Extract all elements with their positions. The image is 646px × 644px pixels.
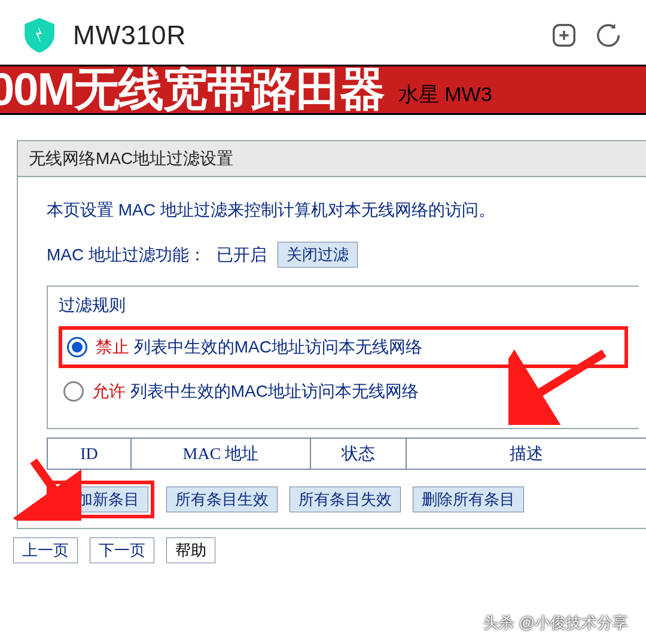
watermark: 头杀 @小俊技术分享 <box>483 612 628 633</box>
bookmark-add-icon[interactable] <box>550 22 578 49</box>
banner-brand-text: 水星 MW3 <box>398 81 492 108</box>
th-mac: MAC 地址 <box>131 438 310 469</box>
banner-big-text: 00M无线宽带路田器 <box>0 65 384 115</box>
reload-icon[interactable] <box>595 22 622 49</box>
panel-description: 本页设置 MAC 地址过滤来控制计算机对本无线网络的访问。 <box>47 199 640 221</box>
th-id: ID <box>47 438 131 469</box>
filter-rules-box: 过滤规则 禁止 列表中生效的MAC地址访问本无线网络 允许 列表中生效的MAC地… <box>47 285 639 429</box>
th-desc: 描述 <box>406 438 646 469</box>
filter-label: MAC 地址过滤功能： <box>47 244 206 266</box>
add-button-highlight: 添加新条目 <box>47 481 154 518</box>
address-bar-title[interactable]: MW310R <box>73 20 532 50</box>
delete-all-button[interactable]: 删除所有条目 <box>413 487 524 512</box>
deny-word: 禁止 <box>96 338 129 356</box>
radio-selected-icon <box>67 337 87 357</box>
nav-row: 上一页 下一页 帮助 <box>13 537 646 563</box>
panel-title: 无线网络MAC地址过滤设置 <box>18 141 646 177</box>
disable-all-button[interactable]: 所有条目失效 <box>290 487 401 512</box>
radio-allow[interactable]: 允许 列表中生效的MAC地址访问本无线网络 <box>59 374 628 409</box>
filter-status-value: 已开启 <box>217 244 267 266</box>
radio-unselected-icon <box>63 381 84 402</box>
close-filter-button[interactable]: 关闭过滤 <box>278 242 358 268</box>
th-status: 状态 <box>310 438 406 469</box>
product-banner: 00M无线宽带路田器 水星 MW3 <box>0 65 646 115</box>
allow-word: 允许 <box>92 382 126 400</box>
radio-deny[interactable]: 禁止 列表中生效的MAC地址访问本无线网络 <box>59 326 628 368</box>
add-entry-button[interactable]: 添加新条目 <box>53 487 148 512</box>
filter-status-line: MAC 地址过滤功能： 已开启 关闭过滤 <box>47 242 640 268</box>
next-page-button[interactable]: 下一页 <box>90 537 154 563</box>
rules-title: 过滤规则 <box>59 294 628 317</box>
enable-all-button[interactable]: 所有条目生效 <box>166 487 278 512</box>
browser-bar: MW310R <box>0 0 646 65</box>
help-button[interactable]: 帮助 <box>166 537 215 563</box>
settings-panel: 无线网络MAC地址过滤设置 本页设置 MAC 地址过滤来控制计算机对本无线网络的… <box>17 140 646 529</box>
shield-icon <box>24 18 55 53</box>
mac-table: ID MAC 地址 状态 描述 <box>47 438 646 470</box>
deny-rest: 列表中生效的MAC地址访问本无线网络 <box>129 338 422 356</box>
allow-rest: 列表中生效的MAC地址访问本无线网络 <box>126 382 419 400</box>
prev-page-button[interactable]: 上一页 <box>13 537 78 563</box>
